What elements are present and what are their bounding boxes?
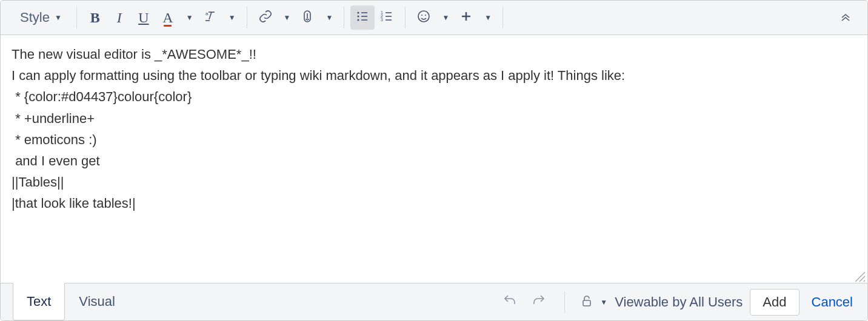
- italic-icon: I: [117, 10, 122, 25]
- plus-icon: [459, 9, 473, 26]
- redo-icon: [532, 294, 546, 311]
- tab-text[interactable]: Text: [13, 283, 65, 320]
- emoji-button[interactable]: [412, 5, 436, 30]
- bullet-list-button[interactable]: [350, 5, 375, 30]
- clear-formatting-icon: a: [203, 9, 218, 26]
- visibility-label: Viewable by All Users: [615, 294, 743, 310]
- double-chevron-up-icon: [838, 15, 853, 25]
- italic-button[interactable]: I: [107, 5, 132, 30]
- bullet-list-icon: [355, 9, 370, 26]
- editor-toolbar: Style ▼ B I U A ▼: [1, 1, 867, 35]
- text-color-icon: A: [162, 10, 173, 25]
- chevron-down-icon: ▼: [600, 298, 607, 306]
- chevron-down-icon: ▼: [284, 13, 291, 22]
- text-color-button[interactable]: A: [156, 5, 180, 30]
- bold-icon: B: [90, 10, 100, 25]
- chevron-down-icon: ▼: [186, 13, 193, 22]
- svg-rect-19: [583, 300, 590, 306]
- chevron-down-icon: ▼: [326, 13, 333, 22]
- svg-point-16: [425, 15, 426, 16]
- toolbar-separator: [344, 7, 344, 28]
- editor-footer: Text Visual ▼: [1, 283, 867, 320]
- link-dropdown[interactable]: ▼: [278, 5, 296, 30]
- chevron-down-icon: ▼: [229, 13, 236, 22]
- editor-textarea[interactable]: The new visual editor is _*AWESOME*_!! I…: [1, 35, 867, 283]
- svg-text:a: a: [205, 11, 209, 16]
- cancel-link[interactable]: Cancel: [807, 294, 858, 310]
- tab-label: Visual: [79, 294, 115, 309]
- editor-mode-tabs: Text Visual: [13, 283, 129, 320]
- style-dropdown[interactable]: Style ▼: [12, 5, 70, 30]
- emoji-dropdown[interactable]: ▼: [436, 5, 454, 30]
- numbered-list-icon: 123: [379, 9, 394, 26]
- more-formatting-dropdown[interactable]: ▼: [222, 5, 241, 30]
- attachment-dropdown[interactable]: ▼: [319, 5, 338, 30]
- tab-visual[interactable]: Visual: [65, 283, 129, 320]
- insert-more-button[interactable]: [454, 5, 478, 30]
- expand-toolbar-button[interactable]: [831, 5, 860, 30]
- svg-point-4: [358, 15, 359, 17]
- toolbar-separator: [247, 7, 247, 28]
- chevron-down-icon: ▼: [484, 13, 492, 22]
- undo-icon: [502, 294, 517, 311]
- underline-button[interactable]: U: [132, 5, 156, 30]
- numbered-list-button[interactable]: 123: [375, 5, 399, 30]
- chevron-down-icon: ▼: [55, 13, 62, 22]
- style-dropdown-label: Style: [20, 10, 50, 25]
- add-button[interactable]: Add: [750, 289, 799, 316]
- redo-button[interactable]: [528, 290, 550, 315]
- emoji-icon: [416, 9, 431, 26]
- rich-text-editor: Style ▼ B I U A ▼: [0, 0, 868, 321]
- clear-formatting-button[interactable]: a: [198, 5, 222, 30]
- undo-button[interactable]: [499, 290, 521, 315]
- footer-separator: [564, 291, 565, 313]
- text-color-dropdown[interactable]: ▼: [180, 5, 198, 30]
- insert-more-dropdown[interactable]: ▼: [478, 5, 496, 30]
- toolbar-separator: [76, 7, 77, 28]
- attachment-button[interactable]: [295, 5, 319, 30]
- tab-label: Text: [27, 294, 51, 309]
- unlock-icon: [579, 294, 594, 311]
- toolbar-separator: [502, 7, 503, 28]
- link-icon: [258, 9, 273, 26]
- link-button[interactable]: [253, 5, 278, 30]
- svg-point-14: [418, 11, 429, 22]
- bold-button[interactable]: B: [83, 5, 107, 30]
- visibility-dropdown[interactable]: ▼: [579, 294, 607, 311]
- attachment-icon: [300, 9, 315, 26]
- chevron-down-icon: ▼: [442, 13, 449, 22]
- svg-point-6: [358, 19, 359, 21]
- resize-handle[interactable]: [854, 271, 865, 282]
- svg-point-2: [358, 12, 359, 13]
- underline-icon: U: [138, 10, 149, 25]
- svg-point-15: [421, 15, 422, 16]
- toolbar-separator: [405, 7, 406, 28]
- svg-text:3: 3: [381, 18, 383, 22]
